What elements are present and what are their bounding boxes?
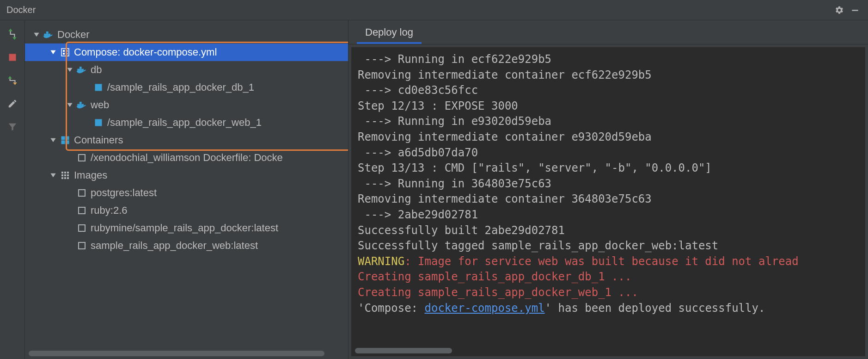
log-line: 'Compose: docker-compose.yml' has been d… — [358, 301, 859, 316]
node-label: Containers — [74, 134, 123, 146]
svg-rect-28 — [67, 172, 69, 173]
tree-node-images[interactable]: Images — [25, 167, 348, 184]
node-label: postgres:latest — [91, 187, 157, 199]
tree-node-containers[interactable]: Containers — [25, 131, 348, 149]
log-line: Step 12/13 : EXPOSE 3000 — [358, 99, 859, 114]
node-label: Images — [74, 169, 107, 181]
svg-rect-18 — [82, 104, 84, 106]
services-tree[interactable]: Docker Compose: docker-compose.yml — [25, 20, 348, 348]
svg-rect-10 — [66, 53, 67, 55]
log-line: ---> Running in ecf622e929b5 — [358, 52, 859, 68]
svg-rect-7 — [63, 50, 65, 52]
log-pane: Deploy log ---> Running in ecf622e929b5R… — [348, 20, 868, 359]
svg-rect-19 — [79, 102, 81, 104]
docker-icon — [43, 30, 54, 40]
log-horizontal-scrollbar[interactable] — [351, 345, 865, 356]
node-label: sample_rails_app_docker_web:latest — [91, 240, 258, 252]
tree-node-image[interactable]: postgres:latest — [25, 184, 348, 202]
svg-rect-9 — [63, 53, 65, 55]
image-icon — [77, 241, 87, 251]
node-label: /sample_rails_app_docker_db_1 — [107, 81, 254, 93]
node-label: db — [91, 64, 102, 76]
svg-rect-25 — [79, 155, 85, 161]
tree-node-container[interactable]: /xenodochial_williamson Dockerfile: Dock… — [25, 149, 348, 167]
svg-rect-14 — [79, 67, 81, 69]
svg-rect-21 — [61, 136, 65, 140]
svg-rect-12 — [79, 69, 81, 71]
svg-rect-35 — [79, 190, 85, 196]
stop-button[interactable] — [5, 50, 20, 65]
node-label: rubymine/sample_rails_app_docker:latest — [91, 222, 278, 234]
deploy-log-output[interactable]: ---> Running in ecf622e929b5Removing int… — [351, 47, 865, 345]
log-line: ---> cd0e83c56fcc — [358, 83, 859, 99]
tree-node-container[interactable]: /sample_rails_app_docker_db_1 — [25, 79, 348, 96]
svg-rect-16 — [78, 104, 79, 106]
deploy-button[interactable] — [5, 27, 20, 42]
image-icon — [77, 205, 87, 216]
tree-node-image[interactable]: sample_rails_app_docker_web:latest — [25, 237, 348, 254]
docker-icon — [77, 100, 87, 110]
svg-rect-38 — [79, 242, 85, 249]
tab-label: Deploy log — [365, 26, 413, 38]
node-label: ruby:2.6 — [91, 204, 128, 217]
log-tabbar: Deploy log — [348, 20, 868, 44]
log-line: ---> a6d5db07da70 — [358, 145, 859, 161]
tree-node-image[interactable]: ruby:2.6 — [25, 202, 348, 219]
svg-rect-17 — [79, 104, 81, 106]
tree-node-service-db[interactable]: db — [25, 61, 348, 79]
action-toolbar — [0, 20, 25, 359]
tree-pane: Docker Compose: docker-compose.yml — [25, 20, 348, 359]
titlebar: Docker — [0, 0, 868, 20]
chevron-down-icon — [32, 31, 41, 39]
panel-title: Docker — [6, 5, 830, 15]
deploy-icon — [6, 28, 18, 40]
tree-node-container[interactable]: /sample_rails_app_docker_web_1 — [25, 114, 348, 131]
svg-rect-4 — [49, 34, 50, 36]
node-label: web — [91, 99, 109, 111]
svg-rect-34 — [67, 177, 69, 179]
node-label: /xenodochial_williamson Dockerfile: Dock… — [91, 152, 283, 164]
svg-rect-29 — [61, 174, 63, 176]
docker-panel: Docker — [0, 0, 868, 359]
chevron-down-icon — [49, 48, 57, 56]
svg-rect-32 — [61, 177, 63, 179]
tree-horizontal-scrollbar[interactable] — [25, 348, 348, 359]
log-line: Step 13/13 : CMD ["rails", "server", "-b… — [358, 161, 859, 176]
log-line: Successfully tagged sample_rails_app_doc… — [358, 238, 859, 254]
filter-button[interactable] — [5, 119, 20, 134]
tree-node-compose[interactable]: Compose: docker-compose.yml — [25, 43, 348, 61]
svg-rect-0 — [852, 10, 858, 11]
log-line: ---> 2abe29d02781 — [358, 207, 859, 223]
tree-node-service-web[interactable]: web — [25, 96, 348, 114]
svg-rect-5 — [46, 32, 48, 34]
container-stopped-icon — [77, 153, 87, 163]
log-line: Removing intermediate container e93020d5… — [358, 130, 859, 145]
edit-button[interactable] — [5, 96, 20, 111]
tree-node-docker[interactable]: Docker — [25, 26, 348, 43]
image-icon — [77, 188, 87, 198]
settings-button[interactable] — [833, 4, 846, 17]
container-running-icon — [93, 118, 104, 128]
docker-icon — [77, 65, 87, 75]
svg-rect-3 — [46, 34, 48, 36]
pencil-icon — [7, 99, 18, 109]
image-icon — [77, 223, 87, 233]
tree-node-image[interactable]: rubymine/sample_rails_app_docker:latest — [25, 219, 348, 237]
compose-icon — [60, 47, 70, 57]
minimize-button[interactable] — [849, 4, 862, 17]
minimize-icon — [850, 6, 860, 15]
images-group-icon — [60, 170, 70, 180]
svg-rect-30 — [64, 174, 66, 176]
svg-rect-13 — [82, 69, 84, 71]
tab-deploy-log[interactable]: Deploy log — [357, 22, 422, 44]
redeploy-button[interactable] — [5, 73, 20, 88]
svg-rect-26 — [61, 172, 63, 173]
log-line: Removing intermediate container 364803e7… — [358, 192, 859, 207]
stop-icon — [8, 53, 17, 62]
log-line: Creating sample_rails_app_docker_db_1 ..… — [358, 269, 859, 285]
svg-rect-37 — [79, 225, 85, 231]
log-line: Successfully built 2abe29d02781 — [358, 223, 859, 239]
log-line: Creating sample_rails_app_docker_web_1 .… — [358, 285, 859, 301]
log-line: ---> Running in 364803e75c63 — [358, 176, 859, 192]
chevron-down-icon — [49, 171, 57, 180]
